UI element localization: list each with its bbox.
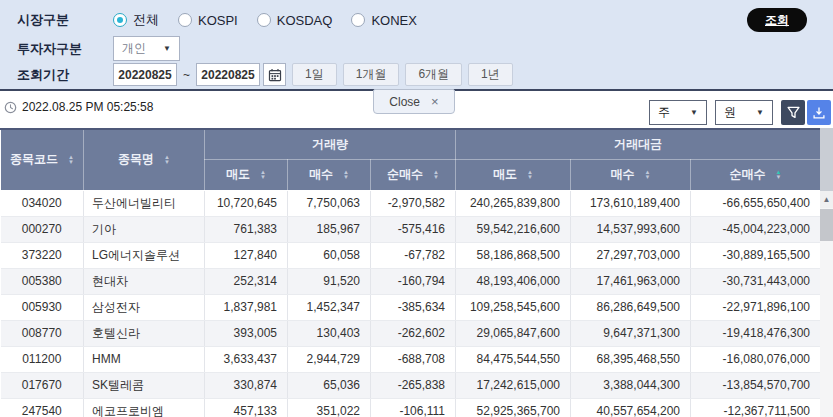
- investor-select[interactable]: 개인 ▼: [113, 36, 180, 61]
- table-cell: 240,265,839,800: [456, 190, 571, 216]
- table-cell: -13,854,570,700: [691, 372, 821, 398]
- table-cell: -688,708: [371, 346, 456, 372]
- header-amount-label: 거래대금: [614, 136, 662, 153]
- table-cell: 기아: [84, 216, 205, 242]
- table-cell: 91,520: [288, 268, 371, 294]
- header-amount-sell[interactable]: 매도 ▲▼: [456, 159, 571, 190]
- header-volume-sell[interactable]: 매도 ▲▼: [205, 159, 288, 190]
- radio-market-kospi[interactable]: KOSPI: [178, 13, 238, 28]
- table-row[interactable]: 011200HMM3,633,4372,944,729-688,70884,47…: [1, 346, 821, 372]
- table-cell: 27,297,703,000: [571, 242, 691, 268]
- table-row[interactable]: 034020두산에너빌리티10,720,6457,750,063-2,970,5…: [1, 190, 821, 216]
- table-cell: 86,286,649,500: [571, 294, 691, 320]
- table-row[interactable]: 017670SK텔레콤330,87465,036-265,83817,242,6…: [1, 372, 821, 398]
- market-filter-row: 시장구분 전체 KOSPI KOSDAQ KONEX: [17, 8, 436, 32]
- header-label: 매수: [611, 166, 635, 183]
- radio-market-konex[interactable]: KONEX: [351, 13, 417, 28]
- header-label: 순매수: [387, 166, 423, 183]
- sort-icon: ▲▼: [260, 170, 266, 180]
- period-1year-button[interactable]: 1년: [468, 63, 513, 86]
- header-volume-label: 거래량: [312, 136, 348, 153]
- close-tab[interactable]: Close ×: [373, 89, 455, 114]
- search-button[interactable]: 조회: [747, 8, 807, 32]
- table-cell: 호텔신라: [84, 320, 205, 346]
- header-amount-net[interactable]: 순매수 ▲▼: [691, 159, 821, 190]
- table-cell: 현대차: [84, 268, 205, 294]
- header-volume-buy[interactable]: 매수 ▲▼: [288, 159, 371, 190]
- table-cell: -22,971,896,100: [691, 294, 821, 320]
- radio-market-kosdaq[interactable]: KOSDAQ: [257, 13, 333, 28]
- investor-label: 투자자구분: [17, 40, 113, 58]
- filter-button[interactable]: [781, 100, 805, 125]
- tilde-separator: ~: [183, 68, 190, 82]
- header-volume-net[interactable]: 순매수 ▲▼: [371, 159, 456, 190]
- download-button[interactable]: [807, 100, 831, 125]
- vertical-scrollbar[interactable]: ▲: [820, 128, 833, 417]
- table-row[interactable]: 005380현대차252,31491,520-160,79448,193,406…: [1, 268, 821, 294]
- table-cell: 005380: [1, 268, 84, 294]
- table-cell: 10,720,645: [205, 190, 288, 216]
- header-amount-buy[interactable]: 매수 ▲▼: [571, 159, 691, 190]
- table-cell: 005930: [1, 294, 84, 320]
- table-cell: SK텔레콤: [84, 372, 205, 398]
- timestamp: 2022.08.25 PM 05:25:58: [4, 100, 153, 114]
- sort-icon: ▲▼: [68, 155, 74, 165]
- download-icon: [812, 106, 826, 120]
- table-cell: 59,542,216,600: [456, 216, 571, 242]
- header-name[interactable]: 종목명 ▲▼: [84, 129, 205, 190]
- sort-icon: ▲▼: [164, 155, 170, 165]
- table-row[interactable]: 247540에코프로비엠457,133351,022-106,11152,925…: [1, 398, 821, 417]
- table-cell: 127,840: [205, 242, 288, 268]
- radio-label: 전체: [133, 11, 159, 29]
- table-cell: 373220: [1, 242, 84, 268]
- table-cell: 60,058: [288, 242, 371, 268]
- scrollbar-thumb[interactable]: [820, 209, 833, 241]
- table-cell: -45,004,223,000: [691, 216, 821, 242]
- header-code[interactable]: 종목코드 ▲▼: [1, 129, 84, 190]
- market-label: 시장구분: [17, 11, 113, 29]
- calendar-icon: [268, 68, 282, 82]
- table-cell: 40,557,654,200: [571, 398, 691, 417]
- table-cell: -66,655,650,400: [691, 190, 821, 216]
- period-filter-row: 조회기간 ~ 1일 1개월 6개월 1년: [17, 63, 513, 86]
- header-volume-group: 거래량: [205, 129, 456, 159]
- table-cell: 29,065,847,600: [456, 320, 571, 346]
- table-cell: 52,925,365,700: [456, 398, 571, 417]
- calendar-button[interactable]: [263, 63, 286, 86]
- table-cell: 17,242,615,000: [456, 372, 571, 398]
- table-cell: -106,111: [371, 398, 456, 417]
- funnel-icon: [786, 105, 801, 120]
- header-code-label: 종목코드: [10, 151, 58, 168]
- radio-market-all[interactable]: 전체: [113, 11, 159, 29]
- period-1day-button[interactable]: 1일: [292, 63, 337, 86]
- close-icon[interactable]: ×: [431, 95, 439, 108]
- table-cell: -2,970,582: [371, 190, 456, 216]
- table-cell: -19,418,476,300: [691, 320, 821, 346]
- table-cell: 034020: [1, 190, 84, 216]
- date-from-input[interactable]: [113, 63, 177, 86]
- table-cell: 457,133: [205, 398, 288, 417]
- date-to-input[interactable]: [196, 63, 260, 86]
- period-6month-button[interactable]: 6개월: [405, 63, 462, 86]
- table-row[interactable]: 000270기아761,383185,967-575,41659,542,216…: [1, 216, 821, 242]
- unit-share-select[interactable]: 주 ▼: [649, 100, 707, 125]
- table-row[interactable]: 008770호텔신라393,005130,403-262,60229,065,8…: [1, 320, 821, 346]
- header-label: 매수: [309, 166, 333, 183]
- table-cell: 삼성전자: [84, 294, 205, 320]
- unit-currency-select[interactable]: 원 ▼: [715, 100, 773, 125]
- table-row[interactable]: 373220LG에너지솔루션127,84060,058-67,78258,186…: [1, 242, 821, 268]
- table-cell: 3,388,044,300: [571, 372, 691, 398]
- header-label: 순매수: [730, 166, 766, 183]
- period-1month-button[interactable]: 1개월: [343, 63, 400, 86]
- scroll-up-icon: ▲: [823, 195, 831, 204]
- scrollbar-header-mask: [820, 128, 833, 191]
- radio-icon: [178, 13, 192, 27]
- table-cell: 두산에너빌리티: [84, 190, 205, 216]
- radio-label: KONEX: [371, 13, 417, 28]
- scroll-up-button[interactable]: ▲: [820, 191, 833, 208]
- table-cell: 000270: [1, 216, 84, 242]
- table-cell: 에코프로비엠: [84, 398, 205, 417]
- table-cell: 65,036: [288, 372, 371, 398]
- table-cell: 48,193,406,000: [456, 268, 571, 294]
- table-row[interactable]: 005930삼성전자1,837,9811,452,347-385,634109,…: [1, 294, 821, 320]
